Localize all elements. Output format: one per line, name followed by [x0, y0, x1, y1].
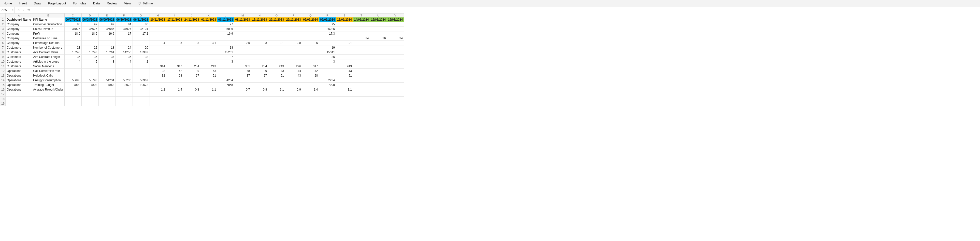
cell[interactable] — [251, 32, 268, 36]
cell[interactable]: 84 — [115, 22, 132, 27]
cell[interactable] — [200, 32, 217, 36]
cell[interactable] — [132, 97, 149, 101]
cell[interactable] — [370, 64, 387, 69]
cell[interactable] — [268, 101, 285, 106]
cell[interactable] — [353, 45, 370, 50]
cell[interactable] — [64, 92, 81, 97]
col-header-O[interactable]: O — [268, 14, 285, 17]
cell[interactable]: 34 — [353, 36, 370, 41]
cell[interactable] — [268, 45, 285, 50]
cell[interactable] — [336, 45, 353, 50]
row-header[interactable]: 5 — [0, 36, 6, 41]
cell[interactable]: 32 — [149, 73, 166, 78]
row-header[interactable]: 16 — [0, 87, 6, 92]
cell[interactable]: 5 — [166, 41, 183, 45]
date-header-cell[interactable]: 05/01/2024 — [302, 17, 319, 22]
cell[interactable] — [98, 36, 115, 41]
cell[interactable] — [285, 78, 302, 83]
cell[interactable]: Sales Revenue — [32, 27, 65, 32]
cell[interactable] — [353, 69, 370, 73]
row-header[interactable]: 3 — [0, 27, 6, 32]
cell[interactable] — [200, 92, 217, 97]
cell[interactable]: 3 — [217, 59, 234, 64]
cell[interactable] — [387, 32, 404, 36]
cell[interactable] — [336, 92, 353, 97]
col-header-N[interactable]: N — [251, 14, 268, 17]
cell[interactable] — [64, 87, 81, 92]
cell[interactable]: 1.1 — [200, 87, 217, 92]
row-header[interactable]: 19 — [0, 101, 6, 106]
cell[interactable] — [200, 55, 217, 59]
cell[interactable] — [353, 32, 370, 36]
cell[interactable]: 15261 — [217, 50, 234, 55]
row-header[interactable]: 11 — [0, 64, 6, 69]
col-header-V[interactable]: V — [387, 14, 404, 17]
cell[interactable] — [200, 45, 217, 50]
cell[interactable] — [336, 83, 353, 87]
col-header-G[interactable]: G — [132, 14, 149, 17]
cell[interactable]: 86 — [64, 22, 81, 27]
cell[interactable] — [370, 59, 387, 64]
col-header-K[interactable]: K — [200, 14, 217, 17]
cell[interactable] — [6, 92, 32, 97]
cell[interactable] — [6, 101, 32, 106]
cell[interactable] — [336, 22, 353, 27]
cell[interactable] — [285, 97, 302, 101]
row-header[interactable]: 10 — [0, 59, 6, 64]
cell[interactable]: 51 — [200, 73, 217, 78]
cell[interactable]: 0.9 — [285, 87, 302, 92]
col-header-J[interactable]: J — [183, 14, 200, 17]
cell[interactable] — [166, 27, 183, 32]
cell[interactable]: 36 — [64, 55, 81, 59]
cell[interactable]: 3 — [251, 41, 268, 45]
cell[interactable] — [319, 36, 336, 41]
cell[interactable] — [234, 55, 251, 59]
cell[interactable] — [268, 36, 285, 41]
cell[interactable] — [319, 97, 336, 101]
cell[interactable]: 4 — [64, 59, 81, 64]
cell[interactable] — [81, 36, 98, 41]
cell[interactable]: 35086 — [217, 27, 234, 32]
cell[interactable] — [115, 87, 132, 92]
cell[interactable] — [336, 50, 353, 55]
cell[interactable] — [64, 73, 81, 78]
col-header-S[interactable]: S — [336, 14, 353, 17]
cell[interactable] — [32, 101, 65, 106]
col-header-B[interactable]: B — [32, 14, 65, 17]
ribbon-tab-formulas[interactable]: Formulas — [73, 2, 86, 5]
cell[interactable]: 7998 — [319, 83, 336, 87]
cell[interactable] — [285, 45, 302, 50]
cell[interactable]: Ave Contract Value — [32, 50, 65, 55]
cell[interactable] — [370, 92, 387, 97]
cell[interactable] — [64, 64, 81, 69]
cell[interactable] — [132, 41, 149, 45]
cell[interactable] — [285, 27, 302, 32]
cell[interactable]: 28 — [166, 73, 183, 78]
cell[interactable] — [336, 78, 353, 83]
cell[interactable] — [353, 22, 370, 27]
cell[interactable] — [302, 27, 319, 32]
cell[interactable] — [387, 64, 404, 69]
cell[interactable] — [81, 101, 98, 106]
cell[interactable] — [319, 92, 336, 97]
cell[interactable] — [234, 50, 251, 55]
cell[interactable] — [98, 41, 115, 45]
cell[interactable] — [370, 45, 387, 50]
cell[interactable] — [353, 59, 370, 64]
select-all-corner[interactable] — [0, 14, 6, 17]
cell[interactable]: 317 — [166, 64, 183, 69]
cell[interactable] — [268, 59, 285, 64]
cell[interactable] — [336, 27, 353, 32]
cell[interactable] — [149, 101, 166, 106]
cell[interactable] — [387, 101, 404, 106]
cell[interactable] — [183, 27, 200, 32]
cell[interactable]: 20 — [132, 45, 149, 50]
cell[interactable]: 7868 — [98, 83, 115, 87]
cell[interactable]: 8078 — [115, 83, 132, 87]
cell[interactable]: 7893 — [64, 83, 81, 87]
cell[interactable]: 15243 — [64, 50, 81, 55]
name-box-spinner[interactable]: ▲▼ — [12, 8, 14, 12]
cell[interactable]: 48 — [234, 69, 251, 73]
col-header-T[interactable]: T — [353, 14, 370, 17]
cell[interactable] — [6, 97, 32, 101]
